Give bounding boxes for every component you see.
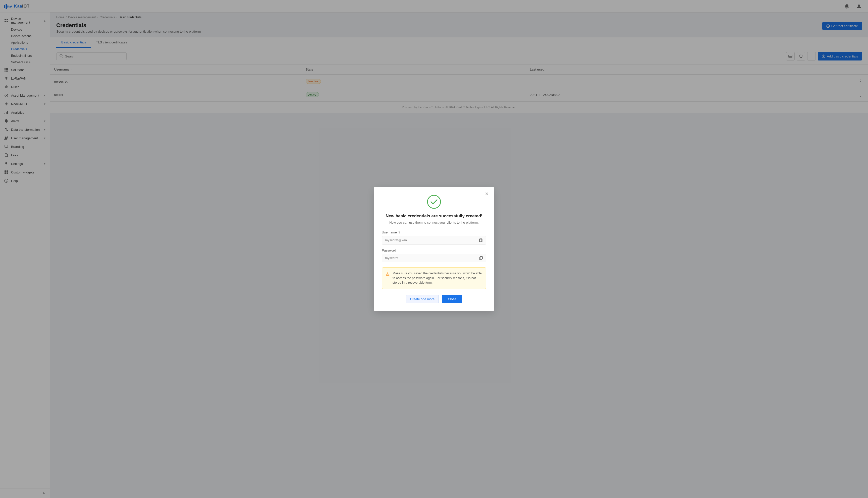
- success-modal: ✕ New basic credentials are successfully…: [374, 187, 494, 311]
- warning-text: Make sure you saved the credentials beca…: [392, 271, 482, 285]
- svg-rect-53: [480, 257, 482, 259]
- username-field: Username ? mysecret@kaa: [382, 231, 486, 245]
- username-copy-button[interactable]: [479, 238, 483, 242]
- password-field: Password mysecret: [382, 249, 486, 262]
- modal-actions: Create one more Close: [382, 295, 486, 303]
- svg-point-48: [427, 195, 441, 208]
- warning-box: ⚠ Make sure you saved the credentials be…: [382, 267, 486, 289]
- password-label: Password: [382, 249, 486, 252]
- modal-success-icon: [382, 195, 486, 210]
- svg-rect-50: [479, 239, 482, 242]
- warning-icon: ⚠: [386, 271, 390, 285]
- modal-close-button[interactable]: ✕: [483, 190, 490, 197]
- password-input-wrap: mysecret: [382, 254, 486, 262]
- close-button[interactable]: Close: [442, 295, 462, 303]
- password-copy-button[interactable]: [479, 256, 483, 260]
- username-value: mysecret@kaa: [385, 238, 479, 242]
- password-value: mysecret: [385, 256, 479, 260]
- modal-overlay: ✕ New basic credentials are successfully…: [0, 0, 868, 498]
- create-one-more-button[interactable]: Create one more: [406, 295, 439, 303]
- username-help-icon[interactable]: ?: [398, 231, 400, 234]
- username-label: Username ?: [382, 231, 486, 234]
- modal-subtitle: Now you can use them to connect your cli…: [382, 221, 486, 224]
- username-input-wrap: mysecret@kaa: [382, 236, 486, 245]
- modal-title: New basic credentials are successfully c…: [382, 214, 486, 219]
